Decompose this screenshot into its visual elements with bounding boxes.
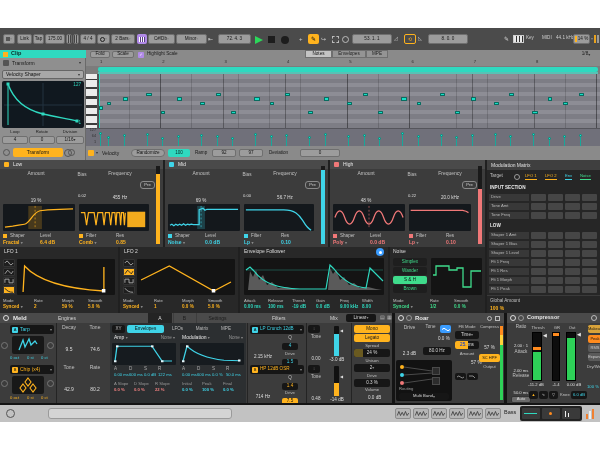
filter-res-value[interactable]: 0.85: [116, 240, 126, 245]
compressor-thumbnail[interactable]: [562, 408, 580, 419]
matrix-cell[interactable]: [582, 232, 597, 239]
lfo-wave-3-button[interactable]: [123, 286, 135, 294]
stage-node-1[interactable]: [432, 367, 440, 375]
engine-a-oct[interactable]: 0 oct: [10, 356, 19, 360]
scale-mode-button[interactable]: [137, 34, 147, 44]
matrix-row-tone-amt[interactable]: Tone Amt: [489, 203, 529, 210]
meld-thumbnail[interactable]: [522, 408, 540, 419]
deviation-field[interactable]: 0: [300, 149, 340, 157]
meld-header[interactable]: Meld Engines A B Settings Filters Mix Li…: [0, 313, 392, 323]
tab-mpe[interactable]: MPE: [366, 50, 388, 58]
filter-b-volume-handle[interactable]: ◀: [340, 375, 343, 379]
matrix-cell[interactable]: [548, 232, 563, 239]
options-chooser[interactable]: ▾: [3, 34, 15, 44]
midi-note[interactable]: [579, 93, 584, 97]
noise-type-wander[interactable]: Wander: [393, 267, 427, 275]
transform-icon[interactable]: [3, 60, 9, 66]
draw-mode-button[interactable]: ✎: [308, 34, 319, 44]
matrix-cell[interactable]: [548, 203, 563, 210]
mod-env-display[interactable]: [180, 343, 244, 365]
shaper-type-chooser[interactable]: Poly ▾: [333, 240, 347, 245]
curve-mode-icon[interactable]: ∿: [539, 391, 548, 399]
lane-color-swatch[interactable]: [88, 150, 94, 156]
tab-engine-b[interactable]: B: [173, 313, 195, 323]
matrix-cell[interactable]: [531, 259, 546, 266]
shaper-type-chooser[interactable]: Fractal ▾: [3, 240, 23, 245]
lane-chevron-icon[interactable]: ▾: [96, 151, 98, 155]
info-view-icon[interactable]: [6, 409, 15, 418]
matrix-cell[interactable]: [531, 268, 546, 275]
mix-drive-field[interactable]: 0.3 %: [354, 379, 390, 387]
midi-note[interactable]: [440, 93, 445, 97]
shaper-display[interactable]: [3, 204, 75, 231]
noise-type-brown[interactable]: Brown: [393, 285, 427, 293]
envf-thresh-value[interactable]: -19 dB: [292, 305, 306, 310]
engine-a-next-button[interactable]: [47, 342, 54, 349]
matrix-cell[interactable]: [548, 194, 563, 201]
clip-loop-brace[interactable]: [98, 67, 598, 72]
midi-note[interactable]: [177, 97, 182, 101]
matrix-row-flt-1-freq[interactable]: Flt 1 Freq: [489, 259, 529, 266]
midi-note[interactable]: [285, 93, 290, 97]
peak-mode-icon[interactable]: ▲: [529, 391, 538, 399]
env-stage-value[interactable]: 0.0 dB: [144, 373, 156, 377]
global-amount-value[interactable]: 100 %: [490, 306, 504, 311]
matrix-cell[interactable]: [565, 232, 580, 239]
bar-number[interactable]: 1: [100, 60, 102, 64]
follow-icon[interactable]: ⇤: [208, 36, 213, 42]
rotate-param-field[interactable]: 0: [29, 136, 55, 144]
env-follower-display[interactable]: [244, 258, 384, 295]
fold-button[interactable]: Fold: [90, 51, 110, 58]
transform-refresh-icon[interactable]: [3, 149, 10, 156]
matrix-title[interactable]: Modulation Matrix: [487, 160, 600, 170]
band-header[interactable]: Mid: [165, 160, 328, 169]
matrix-cell[interactable]: [531, 286, 546, 293]
filter-type-chooser[interactable]: Lp ▾: [244, 240, 254, 245]
midi-note[interactable]: [548, 97, 552, 101]
filter-b-chooser[interactable]: BHP 12dB OSR▾: [250, 365, 304, 374]
root-note-chooser[interactable]: C#/Db▾: [148, 34, 175, 44]
band-activator[interactable]: [169, 162, 174, 167]
filter-type-chooser[interactable]: Lp ▾: [409, 240, 419, 245]
transform-tool-chooser[interactable]: Velocity Shaper▾: [2, 70, 84, 79]
makeup-button[interactable]: Makeup: [588, 325, 600, 333]
nudge-down-button[interactable]: [66, 34, 72, 44]
midi-note[interactable]: [270, 102, 274, 106]
bar-number[interactable]: 7: [474, 60, 476, 64]
add-button[interactable]: +: [299, 36, 303, 42]
tab-envelopes[interactable]: Envelopes: [332, 50, 366, 58]
filter-a-chooser[interactable]: ALP Crunch 12dB▾: [250, 325, 304, 334]
matrix-cell[interactable]: [531, 250, 546, 257]
midi-note[interactable]: [378, 111, 383, 115]
listen-icon[interactable]: ▽: [549, 391, 558, 399]
time-signature-field[interactable]: 4 / 4: [80, 34, 96, 44]
engine-a-chooser[interactable]: ATarp▾: [10, 325, 54, 334]
cpu-chevron-icon[interactable]: ▾: [591, 37, 593, 41]
envf-attack-value[interactable]: 0.00 ms: [244, 305, 261, 310]
beat-time-ruler[interactable]: 12345678: [86, 58, 600, 66]
hotswap-icon[interactable]: ▦: [387, 315, 392, 320]
midi-note[interactable]: [200, 102, 205, 106]
matrix-row-tone-freq[interactable]: Tone Freq: [489, 212, 529, 219]
matrix-cell[interactable]: [582, 212, 597, 219]
lfo-morph-value[interactable]: 59 %: [62, 305, 72, 310]
follow-playhead-icon[interactable]: ↪: [321, 36, 326, 42]
transform-chevron-icon[interactable]: ▾: [79, 61, 81, 65]
unison-chooser[interactable]: 2▾: [354, 364, 390, 372]
matrix-row-flt-1-morph[interactable]: Flt 1 Morph: [489, 277, 529, 284]
matrix-pointer-icon[interactable]: [514, 174, 520, 180]
matrix-cell[interactable]: [548, 212, 563, 219]
midi-note-grid[interactable]: [98, 74, 600, 128]
matrix-cell[interactable]: [565, 241, 580, 248]
auto-release-button[interactable]: Auto: [511, 396, 531, 403]
lfo-display[interactable]: [17, 259, 115, 295]
power-icon[interactable]: [3, 315, 9, 321]
midi-note[interactable]: [107, 102, 111, 106]
filter-b-q-field[interactable]: 1.4: [282, 383, 298, 390]
power-icon[interactable]: [510, 315, 516, 321]
fb-filter-toggle[interactable]: [467, 373, 478, 380]
matrix-cell[interactable]: [582, 194, 597, 201]
shaper-type-chooser[interactable]: Noise ▾: [168, 240, 185, 245]
midi-note[interactable]: [216, 93, 221, 97]
midi-note[interactable]: [99, 106, 103, 110]
